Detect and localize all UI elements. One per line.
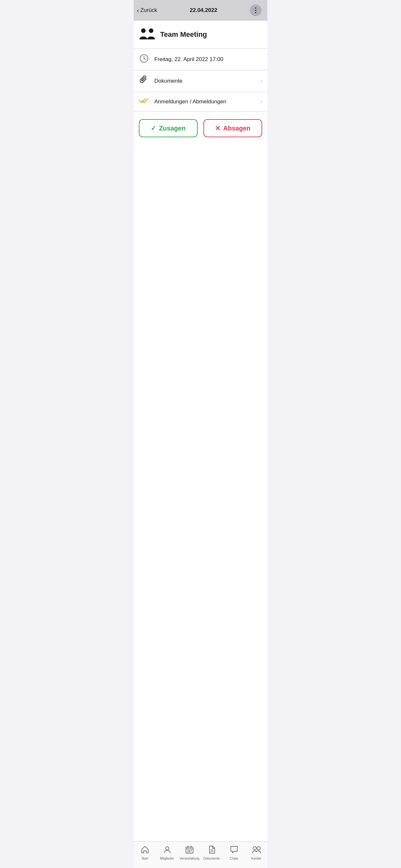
svg-point-0 (141, 28, 146, 33)
documents-text: Dokumente (154, 78, 255, 84)
tab-chats-label: Chats (229, 857, 238, 860)
svg-rect-11 (189, 850, 190, 851)
zusagen-button[interactable]: ✓ Zusagen (139, 119, 197, 137)
person-icon (163, 845, 172, 856)
nav-bar: ‹ Zurück 22.04.2022 (134, 0, 267, 21)
datetime-row: Freitag, 22. April 2022 17:00 (134, 49, 267, 70)
more-options-button[interactable] (250, 4, 261, 16)
tab-start[interactable]: Start (134, 844, 156, 862)
three-dots-icon (255, 7, 256, 13)
svg-rect-12 (191, 850, 192, 851)
tab-dokumente[interactable]: Dokumente (201, 844, 223, 862)
chat-icon (230, 845, 238, 856)
calendar-icon (185, 845, 194, 856)
team-icon (139, 27, 156, 42)
documents-row[interactable]: Dokumente › (134, 70, 267, 92)
svg-point-5 (166, 847, 169, 850)
registrations-row[interactable]: Anmeldungen / Abmeldungen › (134, 92, 267, 112)
tab-dokumente-label: Dokumente (204, 857, 220, 860)
home-icon (141, 845, 149, 856)
event-header: Team Meeting (134, 21, 267, 49)
svg-rect-6 (186, 847, 193, 853)
svg-rect-14 (189, 851, 190, 852)
svg-rect-10 (188, 850, 189, 851)
zusagen-label: Zusagen (159, 125, 185, 132)
paperclip-icon (139, 75, 149, 87)
registrations-text: Anmeldungen / Abmeldungen (154, 98, 255, 105)
datetime-text: Freitag, 22. April 2022 17:00 (154, 56, 262, 63)
channels-icon (252, 845, 261, 856)
zusagen-check-icon: ✓ (151, 124, 156, 132)
tab-kanaele-label: Kanäle (251, 857, 261, 860)
main-content: Team Meeting Freitag, 22. April 2022 17:… (134, 21, 267, 841)
document-icon (208, 845, 216, 856)
tab-veranstaltung-label: Veranstaltung (180, 857, 199, 860)
registrations-chevron-icon: › (260, 98, 262, 105)
tab-mitglieder-label: Mitglieder (160, 857, 174, 860)
tab-chats[interactable]: Chats (223, 844, 245, 862)
content-spacer (134, 145, 267, 841)
back-label: Zurück (141, 7, 157, 13)
tab-kanaele[interactable]: Kanäle (245, 844, 267, 862)
tab-mitglieder[interactable]: Mitglieder (156, 844, 178, 862)
documents-chevron-icon: › (260, 78, 262, 85)
tab-veranstaltung[interactable]: Veranstaltung (178, 844, 201, 862)
clock-icon (139, 54, 149, 65)
tab-start-label: Start (142, 857, 148, 860)
absagen-x-icon: ✕ (215, 124, 220, 132)
tab-bar: Start Mitglieder Veransta (134, 841, 267, 868)
double-checkmark-icon (139, 97, 149, 106)
back-button[interactable]: ‹ Zurück (137, 7, 157, 13)
svg-point-1 (149, 28, 153, 33)
back-chevron-icon: ‹ (137, 7, 139, 13)
absagen-label: Absagen (223, 125, 250, 132)
svg-line-4 (144, 58, 146, 60)
action-buttons-row: ✓ Zusagen ✕ Absagen (134, 112, 267, 145)
nav-date-title: 22.04.2022 (190, 7, 217, 13)
svg-point-18 (257, 847, 260, 850)
svg-point-17 (253, 847, 256, 850)
event-title: Team Meeting (160, 30, 207, 39)
absagen-button[interactable]: ✕ Absagen (204, 119, 262, 137)
svg-rect-13 (188, 851, 189, 852)
